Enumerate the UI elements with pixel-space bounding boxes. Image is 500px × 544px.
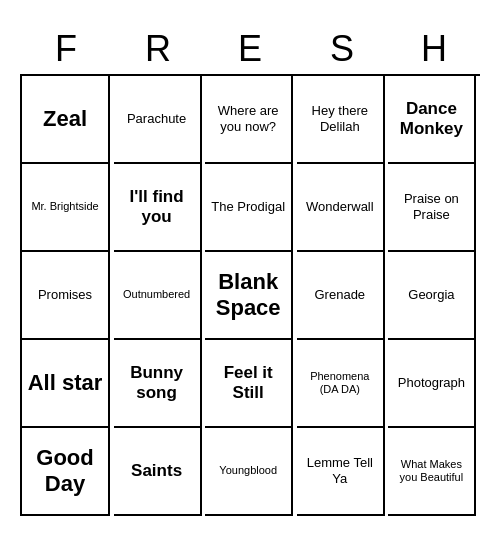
cell-text-1-2: The Prodigal — [211, 199, 285, 215]
cell-text-4-3: Lemme Tell Ya — [301, 455, 379, 486]
cell-text-4-4: What Makes you Beautiful — [392, 458, 470, 484]
cell-text-4-2: Youngblood — [219, 464, 277, 477]
cell-1-1: I'll find you — [114, 164, 202, 252]
title-letter-E: E — [206, 28, 294, 70]
cell-4-1: Saints — [114, 428, 202, 516]
cell-text-2-0: Promises — [38, 287, 92, 303]
cell-text-3-0: All star — [28, 370, 103, 396]
cell-2-0: Promises — [22, 252, 110, 340]
cell-4-0: Good Day — [22, 428, 110, 516]
cell-text-4-0: Good Day — [26, 445, 104, 498]
bingo-title: FRESH — [20, 28, 480, 70]
cell-2-4: Georgia — [388, 252, 476, 340]
cell-text-2-4: Georgia — [408, 287, 454, 303]
cell-text-3-4: Photograph — [398, 375, 465, 391]
cell-3-3: Phenomena (DA DA) — [297, 340, 385, 428]
cell-text-3-1: Bunny song — [118, 363, 196, 404]
title-letter-F: F — [22, 28, 110, 70]
cell-text-2-1: Outnumbered — [123, 288, 190, 301]
title-letter-R: R — [114, 28, 202, 70]
cell-4-2: Youngblood — [205, 428, 293, 516]
cell-text-0-1: Parachute — [127, 111, 186, 127]
cell-2-1: Outnumbered — [114, 252, 202, 340]
cell-2-2: Blank Space — [205, 252, 293, 340]
cell-text-3-2: Feel it Still — [209, 363, 287, 404]
cell-text-1-3: Wonderwall — [306, 199, 374, 215]
cell-text-1-1: I'll find you — [118, 187, 196, 228]
cell-3-4: Photograph — [388, 340, 476, 428]
cell-0-0: Zeal — [22, 76, 110, 164]
cell-text-0-2: Where are you now? — [209, 103, 287, 134]
cell-3-2: Feel it Still — [205, 340, 293, 428]
cell-text-1-0: Mr. Brightside — [31, 200, 98, 213]
cell-text-0-3: Hey there Delilah — [301, 103, 379, 134]
cell-0-4: Dance Monkey — [388, 76, 476, 164]
cell-text-0-0: Zeal — [43, 106, 87, 132]
cell-1-2: The Prodigal — [205, 164, 293, 252]
cell-3-1: Bunny song — [114, 340, 202, 428]
cell-0-2: Where are you now? — [205, 76, 293, 164]
cell-1-3: Wonderwall — [297, 164, 385, 252]
cell-text-2-3: Grenade — [315, 287, 366, 303]
bingo-grid: ZealParachuteWhere are you now?Hey there… — [20, 74, 480, 516]
cell-0-1: Parachute — [114, 76, 202, 164]
cell-text-3-3: Phenomena (DA DA) — [301, 370, 379, 396]
cell-1-4: Praise on Praise — [388, 164, 476, 252]
cell-0-3: Hey there Delilah — [297, 76, 385, 164]
cell-3-0: All star — [22, 340, 110, 428]
cell-1-0: Mr. Brightside — [22, 164, 110, 252]
cell-text-1-4: Praise on Praise — [392, 191, 470, 222]
cell-4-4: What Makes you Beautiful — [388, 428, 476, 516]
cell-text-2-2: Blank Space — [209, 269, 287, 322]
title-letter-S: S — [298, 28, 386, 70]
title-letter-H: H — [390, 28, 478, 70]
cell-text-4-1: Saints — [131, 461, 182, 481]
cell-4-3: Lemme Tell Ya — [297, 428, 385, 516]
bingo-card: FRESH ZealParachuteWhere are you now?Hey… — [10, 18, 490, 526]
cell-text-0-4: Dance Monkey — [392, 99, 470, 140]
cell-2-3: Grenade — [297, 252, 385, 340]
